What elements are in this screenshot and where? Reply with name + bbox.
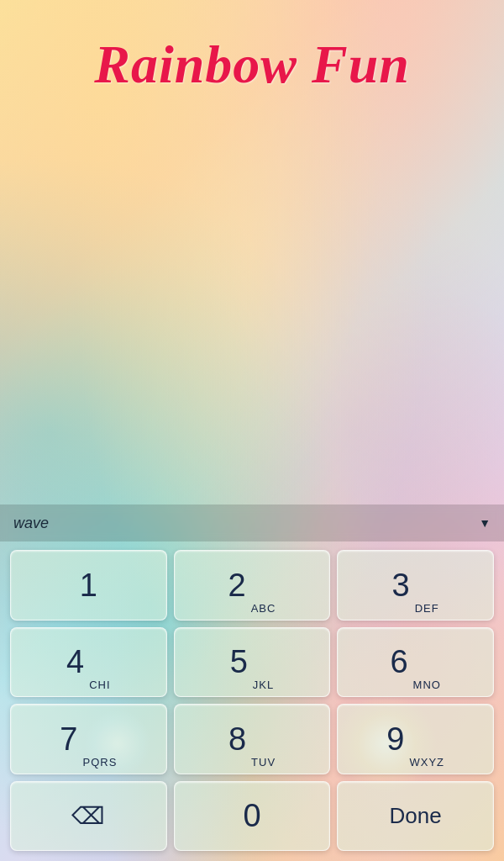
key-5-letters: JKL — [253, 679, 274, 691]
key-7[interactable]: 7 PQRS — [10, 704, 167, 774]
key-1[interactable]: 1 — [10, 550, 167, 621]
key-1-number: 1 — [80, 569, 97, 601]
key-2[interactable]: 2 ABC — [174, 550, 331, 621]
key-8-letters: TUV — [251, 756, 276, 769]
key-8-number: 8 — [228, 723, 246, 755]
key-7-number: 7 — [60, 723, 77, 755]
key-5-number: 5 — [230, 646, 248, 678]
key-3-number: 3 — [392, 569, 410, 601]
app-title: Rainbow Fun — [0, 34, 504, 96]
key-6-number: 6 — [390, 646, 407, 678]
key-backspace[interactable]: ⌫ — [10, 781, 167, 852]
key-2-letters: ABC — [251, 602, 276, 615]
done-label: Done — [390, 803, 442, 829]
key-done[interactable]: Done — [337, 781, 494, 852]
wave-bar: wave ▼ — [0, 504, 504, 541]
chevron-down-icon[interactable]: ▼ — [479, 516, 491, 530]
key-9[interactable]: 9 WXYZ — [337, 704, 494, 774]
key-6-letters: MNO — [413, 679, 441, 691]
key-6[interactable]: 6 MNO — [337, 627, 494, 698]
key-4-letters: CHI — [89, 679, 110, 691]
keypad: 1 2 ABC 3 DEF 4 CHI 5 JKL 6 MNO 7 PQRS 8… — [0, 541, 504, 861]
key-0-number: 0 — [243, 800, 260, 832]
key-8[interactable]: 8 TUV — [174, 704, 331, 774]
key-9-letters: WXYZ — [409, 756, 444, 769]
key-4-number: 4 — [66, 646, 84, 678]
key-7-letters: PQRS — [82, 756, 117, 769]
key-9-number: 9 — [386, 723, 404, 755]
backspace-icon: ⌫ — [71, 802, 105, 830]
key-3[interactable]: 3 DEF — [337, 550, 494, 621]
key-2-number: 2 — [228, 569, 246, 601]
key-4[interactable]: 4 CHI — [10, 627, 167, 698]
wave-label: wave — [13, 515, 49, 532]
key-5[interactable]: 5 JKL — [174, 627, 331, 698]
key-3-letters: DEF — [415, 602, 439, 615]
key-0[interactable]: 0 — [174, 781, 331, 852]
